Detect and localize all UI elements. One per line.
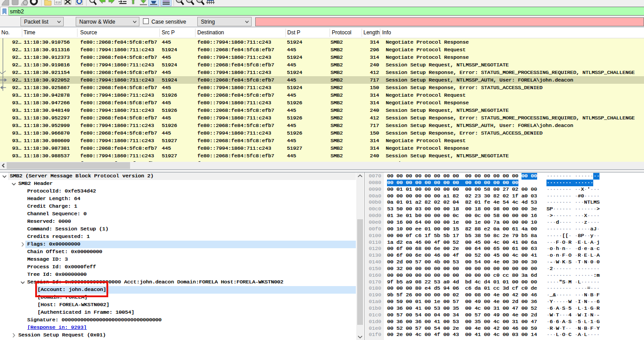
svg-text:010: 010	[56, 1, 61, 4]
